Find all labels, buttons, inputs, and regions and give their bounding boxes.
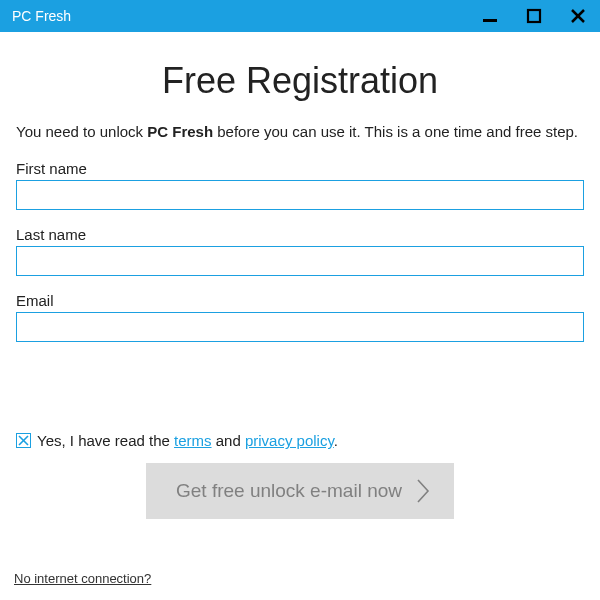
email-input[interactable] xyxy=(16,312,584,342)
last-name-input[interactable] xyxy=(16,246,584,276)
svg-rect-1 xyxy=(528,10,540,22)
consent-text: Yes, I have read the terms and privacy p… xyxy=(37,432,338,449)
submit-label: Get free unlock e-mail now xyxy=(176,480,402,502)
window-controls xyxy=(468,0,600,32)
consent-checkbox[interactable] xyxy=(16,433,31,448)
svg-rect-0 xyxy=(483,19,497,22)
first-name-label: First name xyxy=(16,160,584,177)
intro-text: You need to unlock PC Fresh before you c… xyxy=(16,122,584,142)
content: Free Registration You need to unlock PC … xyxy=(0,32,600,551)
intro-before: You need to unlock xyxy=(16,123,147,140)
window-title: PC Fresh xyxy=(12,8,468,24)
consent-row: Yes, I have read the terms and privacy p… xyxy=(16,432,584,449)
terms-link[interactable]: terms xyxy=(174,432,212,449)
submit-wrap: Get free unlock e-mail now xyxy=(16,463,584,519)
intro-bold: PC Fresh xyxy=(147,123,213,140)
titlebar: PC Fresh xyxy=(0,0,600,32)
consent-suffix: . xyxy=(334,432,338,449)
checkmark-icon xyxy=(18,435,29,446)
email-label: Email xyxy=(16,292,584,309)
no-internet-link[interactable]: No internet connection? xyxy=(14,571,151,586)
first-name-input[interactable] xyxy=(16,180,584,210)
last-name-label: Last name xyxy=(16,226,584,243)
maximize-button[interactable] xyxy=(512,0,556,32)
maximize-icon xyxy=(526,8,542,24)
consent-prefix: Yes, I have read the xyxy=(37,432,174,449)
privacy-link[interactable]: privacy policy xyxy=(245,432,334,449)
submit-button[interactable]: Get free unlock e-mail now xyxy=(146,463,454,519)
consent-mid: and xyxy=(212,432,245,449)
minimize-icon xyxy=(482,8,498,24)
intro-after: before you can use it. This is a one tim… xyxy=(213,123,578,140)
chevron-right-icon xyxy=(416,478,430,504)
close-icon xyxy=(570,8,586,24)
minimize-button[interactable] xyxy=(468,0,512,32)
close-button[interactable] xyxy=(556,0,600,32)
page-title: Free Registration xyxy=(16,60,584,102)
